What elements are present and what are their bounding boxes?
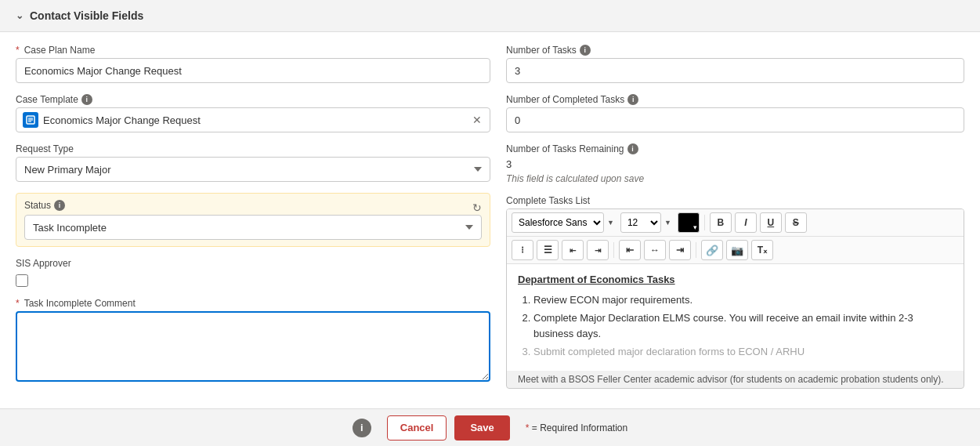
cancel-button[interactable]: Cancel	[387, 415, 447, 441]
footer-info-icon[interactable]: i	[353, 419, 371, 437]
task-comment-textarea[interactable]	[16, 311, 490, 382]
toolbar-row-1: Salesforce Sans ▼ 12 ▼ B I U S	[507, 209, 964, 237]
request-type-group: Request Type New Primary Major	[16, 143, 490, 182]
font-family-select[interactable]: Salesforce Sans	[512, 212, 604, 233]
num-remaining-value: 3	[506, 157, 964, 172]
editor-task-list: Review ECON major requirements. Complete…	[518, 292, 953, 360]
case-template-info-icon[interactable]: i	[81, 94, 92, 105]
num-tasks-label: Number of Tasks i	[506, 45, 964, 56]
section-title: Contact Visible Fields	[30, 9, 143, 22]
size-dropdown-icon: ▼	[664, 219, 671, 227]
footer-bar: i Cancel Save * = Required Information	[0, 408, 980, 446]
status-label: Status i	[24, 200, 482, 211]
image-button[interactable]: 📷	[726, 240, 748, 260]
page-wrapper: ⌄ Contact Visible Fields * Case Plan Nam…	[0, 0, 980, 446]
editor-dept-title: Department of Economics Tasks	[518, 272, 953, 288]
editor-task-item-2: Complete Major Declaration ELMS course. …	[533, 310, 953, 341]
editor-overlay: Meet with a BSOS Feller Center academic …	[507, 371, 964, 388]
status-field-wrapper: Status i ↻ Task Incomplete	[16, 193, 490, 247]
num-completed-group: Number of Completed Tasks i	[506, 94, 964, 132]
toolbar-separator-1	[704, 215, 705, 230]
ordered-list-button[interactable]: ☰	[537, 240, 559, 260]
request-type-label: Request Type	[16, 143, 490, 154]
align-center-button[interactable]: ↔	[644, 240, 666, 260]
editor-content[interactable]: Department of Economics Tasks Review ECO…	[507, 264, 964, 371]
italic-button[interactable]: I	[735, 212, 757, 233]
num-remaining-label: Number of Tasks Remaining i	[506, 143, 964, 154]
editor-task-item-3: Submit completed major declaration forms…	[533, 344, 953, 360]
num-tasks-input[interactable]	[506, 58, 964, 83]
calc-note: This field is calculated upon save	[506, 173, 964, 184]
case-template-value: Economics Major Change Request	[43, 114, 466, 126]
num-tasks-info-icon[interactable]: i	[580, 45, 591, 56]
complete-tasks-label: Complete Tasks List	[506, 195, 964, 206]
editor-task-item-1: Review ECON major requirements.	[533, 292, 953, 308]
toolbar-row-2: ⁝ ☰ ⇤ ⇥ ⇤ ↔ ⇥ 🔗 📷 Tₓ	[507, 237, 964, 264]
indent-increase-button[interactable]: ⇥	[587, 240, 609, 260]
case-template-group: Case Template i Economics Major Change R…	[16, 94, 490, 132]
chevron-icon[interactable]: ⌄	[16, 10, 24, 21]
toolbar-separator-2	[613, 242, 614, 258]
num-completed-info-icon[interactable]: i	[627, 94, 638, 105]
section-header: ⌄ Contact Visible Fields	[0, 0, 980, 32]
font-size-select[interactable]: 12	[620, 212, 661, 233]
save-button[interactable]: Save	[454, 415, 509, 441]
right-column: Number of Tasks i Number of Completed Ta…	[506, 45, 964, 400]
num-completed-input[interactable]	[506, 107, 964, 132]
template-clear-button[interactable]: ✕	[471, 114, 483, 126]
unordered-list-button[interactable]: ⁝	[512, 240, 533, 260]
font-dropdown-icon: ▼	[607, 219, 614, 227]
link-button[interactable]: 🔗	[701, 240, 723, 260]
status-select[interactable]: Task Incomplete	[24, 215, 482, 240]
sis-approver-group: SIS Approver	[16, 258, 490, 287]
case-plan-name-input[interactable]	[16, 58, 490, 83]
content-area: * Case Plan Name Case Template i Economi…	[0, 32, 980, 412]
toolbar-separator-3	[696, 242, 696, 258]
case-plan-name-label: * Case Plan Name	[16, 45, 490, 56]
required-note: * = Required Information	[526, 422, 627, 433]
template-icon	[23, 112, 38, 128]
underline-button[interactable]: U	[760, 212, 782, 233]
num-remaining-group: Number of Tasks Remaining i 3 This field…	[506, 143, 964, 184]
task-comment-group: * Task Incomplete Comment	[16, 298, 490, 384]
complete-tasks-group: Complete Tasks List Salesforce Sans ▼ 12…	[506, 195, 964, 389]
align-right-button[interactable]: ⇥	[669, 240, 691, 260]
task-comment-label: * Task Incomplete Comment	[16, 298, 490, 309]
status-group: Status i ↻ Task Incomplete	[16, 193, 490, 247]
sis-approver-checkbox[interactable]	[16, 274, 28, 287]
align-left-button[interactable]: ⇤	[619, 240, 641, 260]
request-type-select[interactable]: New Primary Major	[16, 157, 490, 182]
status-undo-icon[interactable]: ↻	[472, 201, 482, 214]
bold-button[interactable]: B	[710, 212, 732, 233]
num-completed-label: Number of Completed Tasks i	[506, 94, 964, 105]
sis-approver-label: SIS Approver	[16, 258, 490, 269]
strikethrough-button[interactable]: S	[785, 212, 807, 233]
rich-text-editor: Salesforce Sans ▼ 12 ▼ B I U S	[506, 208, 964, 389]
case-template-field[interactable]: Economics Major Change Request ✕	[16, 107, 490, 132]
status-info-icon[interactable]: i	[54, 200, 65, 211]
case-template-label: Case Template i	[16, 94, 490, 105]
num-remaining-info-icon[interactable]: i	[627, 143, 638, 154]
left-column: * Case Plan Name Case Template i Economi…	[16, 45, 490, 400]
indent-decrease-button[interactable]: ⇤	[562, 240, 584, 260]
text-color-button[interactable]	[678, 212, 700, 233]
num-tasks-group: Number of Tasks i	[506, 45, 964, 83]
clear-format-button[interactable]: Tₓ	[751, 240, 773, 260]
case-plan-name-group: * Case Plan Name	[16, 45, 490, 83]
